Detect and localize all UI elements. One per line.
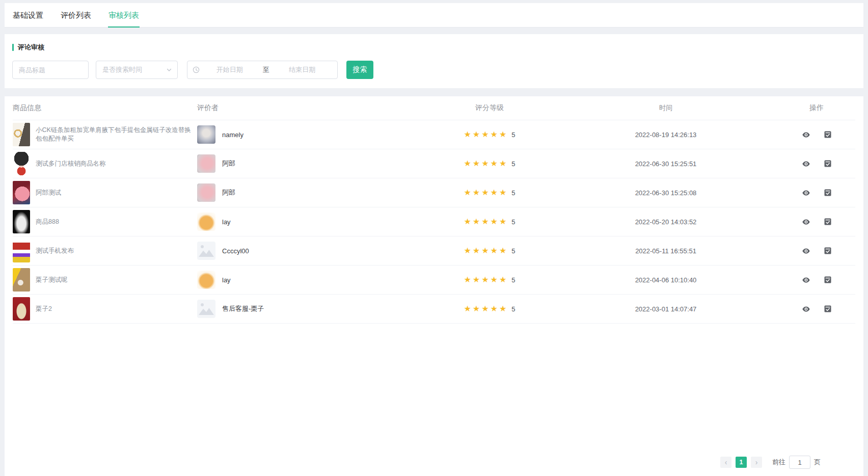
column-header-product: 商品信息 <box>13 103 197 113</box>
star-rating: ★★★★★ <box>464 160 508 168</box>
table-body: 小CK链条加粗加宽单肩腋下包手提包金属链子改造替换包包配件单买 namely ★… <box>13 120 855 324</box>
table-row: 阿部测试 阿部 ★★★★★ 5 2022-06-30 15:25:08 <box>13 178 855 207</box>
clock-icon <box>193 66 200 73</box>
table-row: 小CK链条加粗加宽单肩腋下包手提包金属链子改造替换包包配件单买 namely ★… <box>13 120 855 149</box>
reviewer-avatar <box>197 271 215 289</box>
column-header-reviewer: 评价者 <box>197 103 425 113</box>
audit-check-icon[interactable] <box>824 276 832 284</box>
column-header-rating: 评分等级 <box>425 103 554 113</box>
star-rating: ★★★★★ <box>464 305 508 313</box>
audit-page: 基础设置 评价列表 审核列表 评论审核 是否搜索时间 开始日期 至 <box>0 0 868 476</box>
table-row: 测试手机发布 Ccccyl00 ★★★★★ 5 2022-05-11 16:55… <box>13 236 855 265</box>
audit-table-panel: 商品信息 评价者 评分等级 时间 操作 小CK链条加粗加宽单肩腋下包手提包金属链… <box>5 96 863 476</box>
product-image <box>13 123 30 146</box>
column-header-time: 时间 <box>554 103 778 113</box>
audit-check-icon[interactable] <box>824 305 832 313</box>
view-icon[interactable] <box>802 189 810 197</box>
reviewer-avatar <box>197 242 215 260</box>
review-time: 2022-05-11 16:55:51 <box>554 247 778 255</box>
filter-row: 是否搜索时间 开始日期 至 结束日期 搜索 <box>12 61 856 79</box>
reviewer-name: namely <box>222 131 243 139</box>
audit-check-icon[interactable] <box>824 130 832 139</box>
search-button[interactable]: 搜索 <box>346 61 373 79</box>
start-date-input[interactable]: 开始日期 <box>200 65 260 74</box>
date-range-separator: 至 <box>260 65 273 74</box>
page-1-button[interactable]: 1 <box>736 457 747 468</box>
date-range-picker[interactable]: 开始日期 至 结束日期 <box>187 61 338 79</box>
goto-page-input[interactable] <box>789 456 810 469</box>
product-image <box>13 152 30 175</box>
view-icon[interactable] <box>802 305 810 313</box>
table-row: 栗子2 售后客服-栗子 ★★★★★ 5 2022-03-01 14:07:47 <box>13 294 855 323</box>
star-rating: ★★★★★ <box>464 247 508 255</box>
reviewer-avatar <box>197 154 215 173</box>
view-icon[interactable] <box>802 276 810 284</box>
next-page-button[interactable]: › <box>751 457 762 468</box>
pagination: ‹ 1 › 前往 页 <box>718 456 821 469</box>
tab-basic-settings[interactable]: 基础设置 <box>12 3 44 27</box>
product-image <box>13 297 30 321</box>
rating-value: 5 <box>511 276 515 284</box>
goto-label: 前往 <box>772 458 785 467</box>
tab-bar: 基础设置 评价列表 审核列表 <box>5 3 863 28</box>
reviewer-name: 阿部 <box>222 188 235 197</box>
rating-value: 5 <box>511 305 515 313</box>
chevron-down-icon <box>166 67 172 73</box>
audit-check-icon[interactable] <box>824 218 832 226</box>
reviewer-avatar <box>197 125 215 144</box>
reviewer-avatar <box>197 183 215 202</box>
reviewer-name: lay <box>222 276 231 284</box>
tab-audit-list[interactable]: 审核列表 <box>108 3 140 28</box>
prev-page-button[interactable]: ‹ <box>720 457 731 468</box>
select-placeholder: 是否搜索时间 <box>102 65 142 74</box>
reviewer-name: Ccccyl00 <box>222 247 249 255</box>
comment-audit-panel: 评论审核 是否搜索时间 开始日期 至 结束日期 搜索 <box>5 34 863 88</box>
view-icon[interactable] <box>802 247 810 255</box>
page-unit-label: 页 <box>814 458 821 467</box>
reviewer-avatar <box>197 300 215 318</box>
review-time: 2022-06-30 15:25:51 <box>554 160 778 168</box>
review-time: 2022-06-30 15:25:08 <box>554 189 778 197</box>
column-header-action: 操作 <box>778 103 855 113</box>
table-row: 栗子测试呢 lay ★★★★★ 5 2022-04-06 10:10:40 <box>13 265 855 294</box>
audit-check-icon[interactable] <box>824 247 832 255</box>
table-row: 测试多门店核销商品名称 阿部 ★★★★★ 5 2022-06-30 15:25:… <box>13 149 855 178</box>
table-row: 商品888 lay ★★★★★ 5 2022-05-20 14:03:52 <box>13 207 855 236</box>
table-header: 商品信息 评价者 评分等级 时间 操作 <box>13 96 855 120</box>
product-title-input[interactable] <box>12 61 89 79</box>
audit-check-icon[interactable] <box>824 189 832 197</box>
star-rating: ★★★★★ <box>464 130 508 139</box>
reviewer-avatar <box>197 213 215 231</box>
section-title: 评论审核 <box>12 43 856 52</box>
star-rating: ★★★★★ <box>464 189 508 197</box>
view-icon[interactable] <box>802 218 810 226</box>
audit-check-icon[interactable] <box>824 160 832 168</box>
star-rating: ★★★★★ <box>464 218 508 226</box>
product-title: 栗子2 <box>36 305 52 313</box>
rating-value: 5 <box>511 189 515 197</box>
rating-value: 5 <box>511 160 515 168</box>
rating-value: 5 <box>511 131 515 139</box>
review-time: 2022-04-06 10:10:40 <box>554 276 778 284</box>
reviewer-name: 售后客服-栗子 <box>222 304 264 313</box>
product-image <box>13 268 30 292</box>
product-image <box>13 210 30 233</box>
review-time: 2022-05-20 14:03:52 <box>554 218 778 226</box>
review-time: 2022-08-19 14:26:13 <box>554 131 778 139</box>
product-title: 栗子测试呢 <box>36 276 68 284</box>
rating-value: 5 <box>511 247 515 255</box>
star-rating: ★★★★★ <box>464 276 508 284</box>
view-icon[interactable] <box>802 130 810 139</box>
time-search-select[interactable]: 是否搜索时间 <box>96 61 178 79</box>
end-date-input[interactable]: 结束日期 <box>273 65 333 74</box>
product-title: 小CK链条加粗加宽单肩腋下包手提包金属链子改造替换包包配件单买 <box>36 126 195 143</box>
product-image <box>13 181 30 204</box>
reviewer-name: lay <box>222 218 231 226</box>
section-title-text: 评论审核 <box>18 43 44 52</box>
tab-review-list[interactable]: 评价列表 <box>60 3 92 27</box>
product-image <box>13 239 30 262</box>
review-time: 2022-03-01 14:07:47 <box>554 305 778 313</box>
rating-value: 5 <box>511 218 515 226</box>
product-title: 阿部测试 <box>36 189 61 197</box>
view-icon[interactable] <box>802 160 810 168</box>
